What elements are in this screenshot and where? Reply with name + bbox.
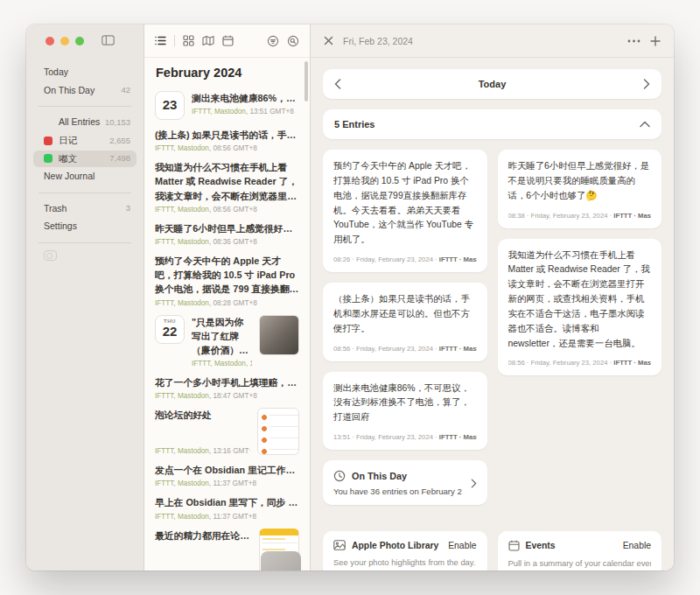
- search-icon[interactable]: [287, 35, 299, 47]
- entry-card[interactable]: 我知道为什么不习惯在手机上看 Matter 或 Readwise Reader …: [498, 239, 662, 376]
- entry-list-item[interactable]: 发点一个在 Obsidian 里记工作笔记的好… IFTTT, Mastodon…: [155, 463, 299, 487]
- map-view-icon[interactable]: [202, 35, 214, 46]
- calendar-view-icon[interactable]: [222, 35, 234, 46]
- detail-header: Fri, Feb 23, 2024: [311, 24, 674, 58]
- sidebar-item-on-this-day[interactable]: On This Day 42: [33, 82, 136, 100]
- widget-title: Apple Photo Library: [352, 541, 438, 550]
- sidebar-item-label: Settings: [44, 220, 77, 233]
- on-this-day-card[interactable]: On This Day You have 36 entries on Febru…: [323, 460, 487, 505]
- entry-tags: IFTTT, Mastodon,: [155, 299, 211, 307]
- entry-title: "只是因为你写出了红牌（廉价酒），不代表你写不出蓝牌"…: [192, 315, 252, 358]
- more-icon[interactable]: [627, 39, 640, 43]
- entry-card[interactable]: 昨天睡了6小时但早上感觉很好，是不是说明只要我的睡眠质量高的话，6个小时也够了🤔…: [498, 150, 662, 228]
- entry-title: 预约了今天中午的 Apple 天才吧，打算给我的 10.5 寸 iPad Pro…: [155, 254, 299, 297]
- entry-card-sources: IFTTT · Mastodon: [613, 359, 651, 367]
- timeline-toolbar: [144, 24, 310, 58]
- sidebar-item-journal-toots[interactable]: 嘟文 7,498: [33, 150, 136, 168]
- entry-title: 测出来电池健康86%，不可思…: [192, 91, 299, 105]
- new-journal-button[interactable]: New Journal: [33, 168, 136, 186]
- entry-tags: IFTTT, Mastodon,: [155, 144, 211, 152]
- close-icon[interactable]: [324, 36, 333, 46]
- widget-description: See your photo highlights from the day.: [333, 557, 477, 567]
- entry-card[interactable]: 测出来电池健康86%，不可思议，没有达到标准换不了电池，算了，打道回府 13:5…: [323, 372, 487, 451]
- photo-icon: [333, 540, 346, 550]
- calendar-icon: [508, 540, 520, 551]
- minimize-window-button[interactable]: [60, 37, 69, 46]
- entry-tags: IFTTT, Mastodon,: [155, 480, 211, 487]
- entry-card-timestamp: 08:56 · Friday, February 23, 2024 ·: [508, 359, 612, 367]
- journal-color-dot: [44, 118, 52, 127]
- detail-body: Today 5 Entries 预约了今天中午的 Apple 天才吧，打算给我的…: [311, 58, 674, 570]
- sidebar-toggle-icon[interactable]: [102, 33, 115, 49]
- entry-list-item[interactable]: (接上条) 如果只是读书的话，手机和墨水… IFTTT, Mastodon, 0…: [155, 128, 299, 152]
- entry-list-item[interactable]: 预约了今天中午的 Apple 天才吧，打算给我的 10.5 寸 iPad Pro…: [155, 254, 299, 307]
- entry-title: 最近的精力都用在论坛升级…: [155, 528, 252, 542]
- sidebar-item-label: 嘟文: [59, 153, 77, 165]
- item-count: 7,498: [109, 153, 130, 164]
- cards-column-left: 预约了今天中午的 Apple 天才吧，打算给我的 10.5 寸 iPad Pro…: [323, 150, 487, 505]
- sidebar-item-trash[interactable]: Trash 3: [33, 200, 136, 218]
- month-title: February 2024: [144, 58, 310, 81]
- on-this-day-title: On This Day: [352, 471, 407, 481]
- entry-tags: IFTTT, Mastodon,: [192, 108, 248, 116]
- chevron-right-icon[interactable]: [643, 79, 650, 89]
- entry-list-item[interactable]: 我知道为什么不习惯在手机上看 Matter 或 Readwise Reader …: [155, 160, 299, 214]
- entry-card-timestamp: 08:56 · Friday, February 23, 2024 ·: [333, 345, 438, 353]
- day-navigator: Today: [323, 69, 662, 99]
- zoom-window-button[interactable]: [75, 37, 84, 46]
- grid-view-icon[interactable]: [183, 35, 194, 46]
- on-this-day-icon: [333, 470, 346, 482]
- entry-list-item[interactable]: 23 测出来电池健康86%，不可思… IFTTT, Mastodon, 13:5…: [155, 91, 299, 120]
- chevron-up-icon[interactable]: [640, 121, 650, 128]
- enable-button[interactable]: Enable: [448, 541, 476, 550]
- entry-card[interactable]: 预约了今天中午的 Apple 天才吧，打算给我的 10.5 寸 iPad Pro…: [323, 150, 487, 272]
- sidebar-item-journal-diary[interactable]: 日记 2,655: [33, 132, 136, 150]
- entries-count-label: 5 Entries: [334, 119, 640, 130]
- entry-list-item[interactable]: 昨天睡了6小时但早上感觉很好，是不是… IFTTT, Mastodon, 08:…: [155, 221, 299, 246]
- entries-section-header[interactable]: 5 Entries: [323, 109, 662, 139]
- divider: [38, 192, 131, 193]
- entry-meta: IFTTT, Mastodon, 08:28 GMT+8: [155, 299, 299, 307]
- faded-sync-icon: [44, 250, 57, 261]
- entry-meta: IFTTT, Mastodon, 13:51 GMT+8: [192, 108, 299, 116]
- entry-card-meta: 13:51 · Friday, February 23, 2024 · IFTT…: [333, 433, 477, 441]
- entry-list-item[interactable]: 花了一个多小时手机上填理赔，一月到现… IFTTT, Mastodon, 18:…: [155, 375, 299, 400]
- sidebar-nav: Today On This Day 42 All Entries 10,153 …: [26, 58, 144, 261]
- entry-thumbnail-cropped: [261, 551, 301, 570]
- entry-card-text: 我知道为什么不习惯在手机上看 Matter 或 Readwise Reader …: [508, 248, 652, 352]
- entry-card-sources: IFTTT · Mastodon: [613, 212, 651, 220]
- entry-card-timestamp: 08:26 · Friday, February 23, 2024 ·: [333, 256, 438, 263]
- entry-tags: IFTTT, Mastodon,: [155, 238, 211, 246]
- chevron-left-icon[interactable]: [334, 79, 341, 89]
- entry-cards: 预约了今天中午的 Apple 天才吧，打算给我的 10.5 寸 iPad Pro…: [323, 150, 662, 505]
- filter-icon[interactable]: [267, 35, 279, 47]
- close-window-button[interactable]: [46, 37, 54, 46]
- entry-list-item[interactable]: 早上在 Obsidian 里写下，同步 Kindle 高… IFTTT, Mas…: [155, 495, 299, 520]
- entry-title: 发点一个在 Obsidian 里记工作笔记的好…: [155, 463, 299, 477]
- sidebar-item-label: New Journal: [44, 171, 94, 183]
- photo-library-widget: Apple Photo Library Enable See your phot…: [323, 531, 487, 570]
- entry-date-badge: 23: [155, 91, 185, 120]
- add-entry-icon[interactable]: [650, 36, 661, 46]
- journal-color-dot: [44, 136, 52, 145]
- divider: [38, 106, 131, 107]
- sidebar-item-today[interactable]: Today: [33, 64, 136, 81]
- sidebar-item-settings[interactable]: Settings: [33, 218, 136, 235]
- entry-time: 11:37 GMT+8: [213, 513, 256, 521]
- scrollbar-thumb[interactable]: [304, 61, 308, 102]
- entry-meta: IFTTT, Mastodon, 08:56 GMT+8: [155, 206, 299, 214]
- divider: [38, 242, 131, 243]
- entry-time: 08:56 GMT+8: [213, 206, 256, 214]
- enable-button[interactable]: Enable: [623, 541, 651, 550]
- entry-list-item[interactable]: 泡论坛的好处 IFTTT, Mastodon, 13:16 GMT+8: [155, 408, 299, 455]
- entry-meta: IFTTT, Mastodon, 19:41…: [192, 360, 252, 368]
- item-count: 3: [126, 203, 130, 214]
- list-view-icon[interactable]: [155, 35, 166, 46]
- sidebar-item-all-entries[interactable]: All Entries 10,153: [33, 114, 136, 131]
- traffic-lights: [46, 37, 84, 46]
- entry-list-item[interactable]: THU 22 "只是因为你写出了红牌（廉价酒），不代表你写不出蓝牌"… IFTT…: [155, 315, 299, 368]
- entry-card-meta: 08:56 · Friday, February 23, 2024 · IFTT…: [333, 345, 477, 353]
- entry-day: 22: [163, 325, 178, 340]
- entry-tags: IFTTT, Mastodon,: [155, 206, 211, 214]
- entry-card[interactable]: （接上条）如果只是读书的话，手机和墨水屏还是可以的。但也不方便打字。 08:56…: [323, 283, 487, 361]
